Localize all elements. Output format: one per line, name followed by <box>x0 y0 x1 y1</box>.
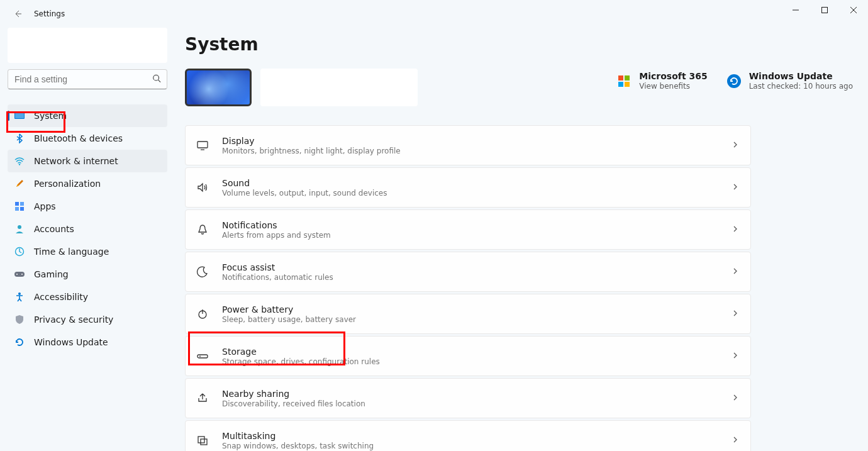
close-icon <box>850 7 857 13</box>
maximize-icon <box>821 7 828 13</box>
moon-icon <box>194 264 211 280</box>
share-icon <box>194 390 211 406</box>
sidebar-item-accessibility[interactable]: Accessibility <box>8 286 167 308</box>
windows-update-link[interactable]: Windows Update Last checked: 10 hours ag… <box>726 71 853 91</box>
globe-clock-icon <box>14 246 25 257</box>
setting-notifications[interactable]: Notifications Alerts from apps and syste… <box>185 209 751 250</box>
svg-rect-20 <box>198 142 208 148</box>
device-thumbnail[interactable] <box>185 69 252 106</box>
chevron-right-icon <box>732 309 739 319</box>
sidebar-item-label: Apps <box>34 201 56 211</box>
search-input[interactable] <box>8 69 167 89</box>
search-wrap <box>8 69 167 89</box>
sidebar-item-bluetooth[interactable]: Bluetooth & devices <box>8 127 167 150</box>
card-title: Notifications <box>222 220 331 230</box>
card-subtitle: Snap windows, desktops, task switching <box>222 442 374 450</box>
content-area: System Microsoft 365 View benefits <box>175 28 868 451</box>
sidebar-item-label: Accessibility <box>34 292 88 302</box>
sidebar-item-update[interactable]: Windows Update <box>8 331 167 354</box>
sidebar-item-gaming[interactable]: Gaming <box>8 263 167 286</box>
window-title: Settings <box>34 9 65 18</box>
svg-point-1 <box>153 75 159 81</box>
sidebar-item-network[interactable]: Network & internet <box>8 150 167 172</box>
svg-point-9 <box>18 225 21 229</box>
wifi-icon <box>14 155 25 167</box>
hero-link-subtitle: View benefits <box>639 82 707 91</box>
back-button[interactable] <box>9 5 26 23</box>
sidebar-item-time[interactable]: Time & language <box>8 240 167 263</box>
svg-rect-0 <box>822 8 828 13</box>
card-subtitle: Sleep, battery usage, battery saver <box>222 315 356 324</box>
svg-rect-8 <box>20 207 24 211</box>
sidebar-item-label: Bluetooth & devices <box>34 133 123 143</box>
titlebar: Settings <box>0 0 868 28</box>
chevron-right-icon <box>732 182 739 192</box>
sound-icon <box>194 179 211 196</box>
setting-multitasking[interactable]: Multitasking Snap windows, desktops, tas… <box>185 420 751 451</box>
sidebar-item-privacy[interactable]: Privacy & security <box>8 308 167 331</box>
card-title: Power & battery <box>222 304 356 315</box>
card-title: Display <box>222 136 401 146</box>
minimize-icon <box>793 7 799 13</box>
arrow-left-icon <box>13 9 23 19</box>
svg-rect-15 <box>618 75 623 81</box>
card-subtitle: Storage space, drives, configuration rul… <box>222 357 380 366</box>
shield-icon <box>14 314 25 325</box>
sidebar-item-personalization[interactable]: Personalization <box>8 172 167 195</box>
hero-link-subtitle: Last checked: 10 hours ago <box>749 82 853 91</box>
svg-point-12 <box>16 274 18 275</box>
sidebar-item-label: Windows Update <box>34 337 108 347</box>
sync-icon <box>14 337 25 348</box>
chevron-right-icon <box>732 140 739 150</box>
svg-rect-25 <box>201 439 207 445</box>
sidebar-item-label: Network & internet <box>34 156 118 166</box>
svg-point-4 <box>19 164 20 165</box>
svg-rect-18 <box>625 82 630 87</box>
chevron-right-icon <box>732 351 739 361</box>
maximize-button[interactable] <box>810 0 839 20</box>
sidebar-item-apps[interactable]: Apps <box>8 195 167 218</box>
svg-rect-7 <box>15 207 19 211</box>
close-button[interactable] <box>839 0 868 20</box>
microsoft-365-icon <box>616 74 632 89</box>
microsoft-365-link[interactable]: Microsoft 365 View benefits <box>616 71 707 91</box>
setting-focus-assist[interactable]: Focus assist Notifications, automatic ru… <box>185 252 751 292</box>
multitasking-icon <box>194 432 211 448</box>
sidebar-item-accounts[interactable]: Accounts <box>8 218 167 240</box>
sidebar-item-label: Privacy & security <box>34 315 113 325</box>
monitor-icon <box>194 137 211 153</box>
svg-rect-16 <box>625 75 630 81</box>
sync-circle-icon <box>726 74 742 89</box>
setting-storage[interactable]: Storage Storage space, drives, configura… <box>185 336 751 376</box>
card-subtitle: Monitors, brightness, night light, displ… <box>222 147 401 155</box>
sidebar-item-system[interactable]: System <box>8 104 167 127</box>
search-icon <box>152 74 161 85</box>
svg-point-14 <box>18 292 21 295</box>
svg-rect-5 <box>15 202 19 206</box>
card-title: Nearby sharing <box>222 389 365 399</box>
card-subtitle: Discoverability, received files location <box>222 399 365 408</box>
svg-rect-17 <box>618 82 623 87</box>
sidebar-item-label: Accounts <box>34 224 74 234</box>
user-account-block[interactable] <box>8 28 167 63</box>
setting-sound[interactable]: Sound Volume levels, output, input, soun… <box>185 167 751 208</box>
setting-power-battery[interactable]: Power & battery Sleep, battery usage, ba… <box>185 294 751 334</box>
apps-icon <box>14 201 25 212</box>
power-icon <box>194 306 211 322</box>
setting-nearby-sharing[interactable]: Nearby sharing Discoverability, received… <box>185 378 751 418</box>
hero-link-title: Microsoft 365 <box>639 71 707 81</box>
bluetooth-icon <box>14 133 25 144</box>
card-title: Focus assist <box>222 262 333 272</box>
card-subtitle: Volume levels, output, input, sound devi… <box>222 189 387 198</box>
sidebar: System Bluetooth & devices Network & int… <box>0 28 175 451</box>
chevron-right-icon <box>732 267 739 277</box>
sidebar-item-label: Gaming <box>34 269 69 279</box>
sidebar-item-label: Time & language <box>34 247 109 257</box>
device-info-block[interactable] <box>260 69 418 106</box>
sidebar-item-label: System <box>34 111 67 121</box>
display-icon <box>14 110 25 121</box>
minimize-button[interactable] <box>781 0 810 20</box>
card-title: Multitasking <box>222 431 374 441</box>
setting-display[interactable]: Display Monitors, brightness, night ligh… <box>185 125 751 165</box>
svg-rect-3 <box>15 113 24 118</box>
